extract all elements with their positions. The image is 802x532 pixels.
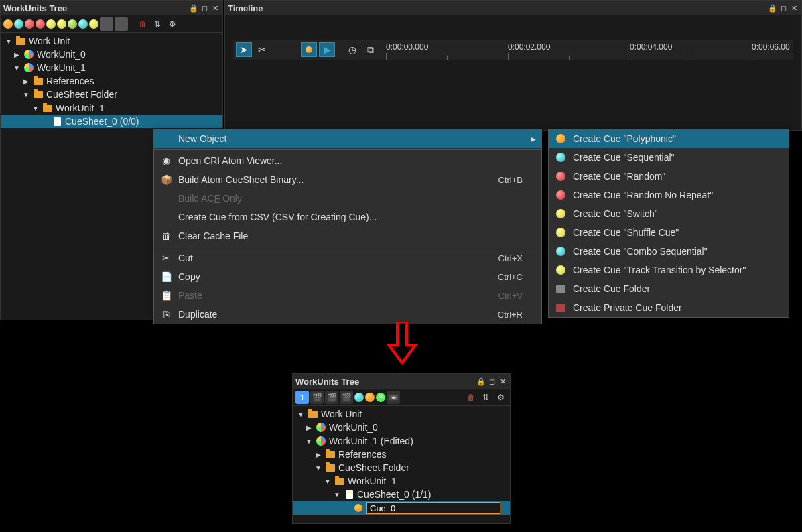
time-label: 0:00:02.000 <box>508 42 550 52</box>
expand-arrow[interactable] <box>314 451 322 458</box>
cue-type-icon <box>554 285 567 293</box>
submenu-item[interactable]: Create Cue "Switch" <box>549 204 789 223</box>
tree-item[interactable]: WorkUnit_1 (Edited) <box>293 434 510 448</box>
submenu-item[interactable]: Create Private Cue Folder <box>549 298 789 317</box>
submenu-item[interactable]: Create Cue "Track Transition by Selector… <box>549 261 789 279</box>
tree-item[interactable]: CueSheet_0 (0/0) <box>1 115 222 128</box>
submenu-label: Create Cue "Sequential" <box>573 152 675 163</box>
toolbar-icon-7[interactable] <box>68 19 77 29</box>
toolbar-icon-b7[interactable]: 📼 <box>387 391 400 404</box>
folder-icon[interactable] <box>100 17 113 31</box>
menu-item[interactable]: ⎘DuplicateCtrl+R <box>154 305 541 324</box>
menu-item[interactable]: 📦Build Atom CueSheet Binary...Ctrl+B <box>154 170 541 189</box>
toolbar-icon-b3[interactable]: 🎬 <box>340 391 353 404</box>
toolbar-icon-4[interactable] <box>36 19 45 29</box>
expand-arrow[interactable] <box>13 51 21 58</box>
folder-icon-2[interactable] <box>115 17 128 31</box>
trash-icon[interactable]: 🗑 <box>464 391 478 404</box>
tree-item[interactable]: WorkUnit_1 <box>1 61 222 74</box>
maximize-icon[interactable]: ◻ <box>487 377 496 386</box>
submenu-item[interactable]: Create Cue "Random No Repeat" <box>549 186 789 204</box>
expand-arrow[interactable] <box>324 478 332 485</box>
tree-item[interactable]: CueSheet_0 (1/1) <box>293 488 510 501</box>
menu-item[interactable]: ✂CutCtrl+X <box>154 249 541 267</box>
sort-icon[interactable]: ⇅ <box>479 391 492 404</box>
panel-title: WorkUnits Tree <box>295 377 359 387</box>
expand-arrow[interactable] <box>333 491 341 498</box>
tree-item[interactable] <box>293 501 510 515</box>
rename-input[interactable] <box>366 502 500 514</box>
toolbar-icon-b5[interactable] <box>365 393 375 402</box>
tree-item[interactable]: WorkUnit_1 <box>1 101 222 115</box>
toolbar-icon-t[interactable]: T <box>295 391 309 404</box>
submenu-item[interactable]: Create Cue "Sequential" <box>549 148 789 167</box>
record-button[interactable] <box>301 42 317 57</box>
close-icon[interactable]: ✕ <box>210 3 220 13</box>
menu-item[interactable]: Create Cue from CSV (CSV for Creating Cu… <box>154 208 541 226</box>
gear-icon[interactable]: ⚙ <box>165 17 179 31</box>
submenu-item[interactable]: Create Cue "Combo Sequential" <box>549 242 789 261</box>
toolbar-icon-6[interactable] <box>57 19 66 29</box>
tree-item[interactable]: CueSheet Folder <box>293 461 510 474</box>
sort-icon[interactable]: ⇅ <box>151 17 164 31</box>
submenu-label: Create Cue "Track Transition by Selector… <box>573 265 746 275</box>
expand-arrow[interactable] <box>305 424 313 431</box>
menu-item[interactable]: New Object▶ <box>154 129 541 148</box>
close-icon[interactable]: ✕ <box>789 3 799 13</box>
menu-item[interactable]: 📄CopyCtrl+C <box>154 267 541 286</box>
tree-item[interactable]: CueSheet Folder <box>1 88 222 101</box>
lock-icon[interactable]: 🔒 <box>476 377 486 386</box>
pointer-tool[interactable]: ➤ <box>236 42 252 57</box>
toolbar-icon-8[interactable] <box>78 19 88 29</box>
submenu-item[interactable]: Create Cue "Shuffle Cue" <box>549 223 789 242</box>
toolbar-icon-b4[interactable] <box>354 393 364 402</box>
maximize-icon[interactable]: ◻ <box>200 3 209 13</box>
expand-arrow[interactable] <box>297 411 305 418</box>
flag-icon[interactable]: ⚑ <box>376 393 385 402</box>
submenu-item[interactable]: Create Cue Folder <box>549 279 789 298</box>
toolbar-icon-5[interactable] <box>46 19 56 29</box>
lock-icon[interactable]: 🔒 <box>768 3 777 13</box>
tree-item[interactable]: WorkUnit_0 <box>293 421 510 434</box>
cut-tool[interactable]: ✂ <box>254 42 270 57</box>
menu-item[interactable]: ◉Open CRI Atom Viewer... <box>154 151 541 170</box>
expand-arrow[interactable] <box>305 438 313 445</box>
gear-icon[interactable]: ⚙ <box>494 391 507 404</box>
toolbar-icon-9[interactable] <box>89 19 98 29</box>
expand-arrow[interactable] <box>314 464 322 472</box>
toolbar-icon-1[interactable] <box>3 19 13 29</box>
expand-arrow[interactable] <box>22 91 30 98</box>
expand-arrow[interactable] <box>31 105 40 112</box>
folder-icon <box>308 409 318 419</box>
tree-item[interactable]: References <box>1 74 222 88</box>
close-icon[interactable]: ✕ <box>498 377 507 386</box>
submenu-label: Create Cue Folder <box>573 283 650 294</box>
link-icon[interactable]: ⧉ <box>362 42 379 57</box>
tree-item[interactable]: Work Unit <box>1 34 222 48</box>
expand-arrow[interactable] <box>13 64 21 72</box>
clock-icon[interactable]: ◷ <box>344 42 360 57</box>
toolbar-icon-b2[interactable]: 🎬 <box>325 391 338 404</box>
folder-icon <box>33 90 44 99</box>
play-button[interactable]: ▶ <box>319 42 335 57</box>
expand-arrow[interactable] <box>22 78 30 85</box>
timeline-toolbar: ➤ ✂ ▶ ◷ ⧉ 0:00:00.000 0:00:02.000 0:00:0… <box>233 40 793 60</box>
tree-item[interactable]: WorkUnit_1 <box>293 474 510 488</box>
menu-item[interactable]: 🗑Clear Cache File <box>154 226 541 245</box>
menu-icon: 🗑 <box>159 230 173 241</box>
toolbar-icon-b1[interactable]: 🎬 <box>310 391 324 404</box>
lock-icon[interactable]: 🔒 <box>189 3 198 13</box>
toolbar-icon-2[interactable] <box>14 19 23 29</box>
tree-label: WorkUnit_1 <box>348 476 397 486</box>
expand-arrow[interactable] <box>5 38 13 45</box>
panel-header: WorkUnits Tree 🔒 ◻ ✕ <box>293 374 510 389</box>
tree-item[interactable]: References <box>293 448 510 461</box>
submenu-item[interactable]: Create Cue "Random" <box>549 167 789 186</box>
tree-item[interactable]: Work Unit <box>293 407 510 421</box>
toolbar-icon-3[interactable] <box>25 19 34 29</box>
trash-icon[interactable]: 🗑 <box>136 17 149 31</box>
maximize-icon[interactable]: ◻ <box>779 3 788 13</box>
folder-icon <box>325 463 336 472</box>
tree-item[interactable]: WorkUnit_0 <box>1 48 222 61</box>
submenu-item[interactable]: Create Cue "Polyphonic" <box>549 129 789 148</box>
